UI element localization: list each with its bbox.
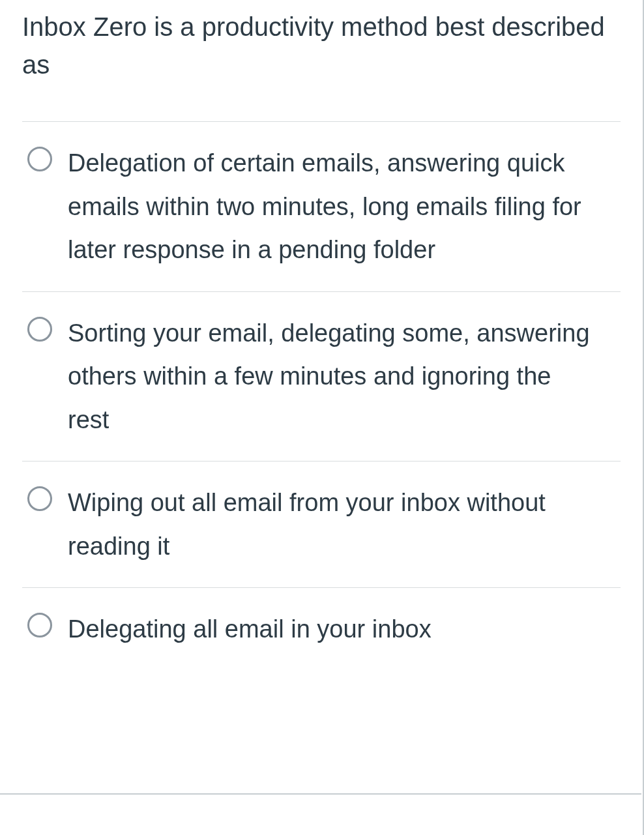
options-list: Delegation of certain emails, answering …	[22, 121, 621, 671]
option-label[interactable]: Delegating all email in your inbox	[68, 608, 458, 651]
radio-option-2[interactable]	[27, 317, 52, 342]
card-bottom-border	[0, 793, 641, 795]
option-row: Sorting your email, delegating some, ans…	[22, 291, 621, 461]
question-container: Inbox Zero is a productivity method best…	[0, 0, 644, 835]
question-prompt: Inbox Zero is a productivity method best…	[22, 8, 621, 83]
option-row: Delegating all email in your inbox	[22, 587, 621, 671]
option-label[interactable]: Sorting your email, delegating some, ans…	[68, 312, 621, 442]
radio-option-3[interactable]	[27, 486, 52, 511]
radio-option-1[interactable]	[27, 147, 52, 171]
option-label[interactable]: Wiping out all email from your inbox wit…	[68, 481, 621, 568]
option-row: Wiping out all email from your inbox wit…	[22, 461, 621, 587]
option-label[interactable]: Delegation of certain emails, answering …	[68, 141, 621, 272]
option-row: Delegation of certain emails, answering …	[22, 121, 621, 291]
radio-option-4[interactable]	[27, 613, 52, 637]
